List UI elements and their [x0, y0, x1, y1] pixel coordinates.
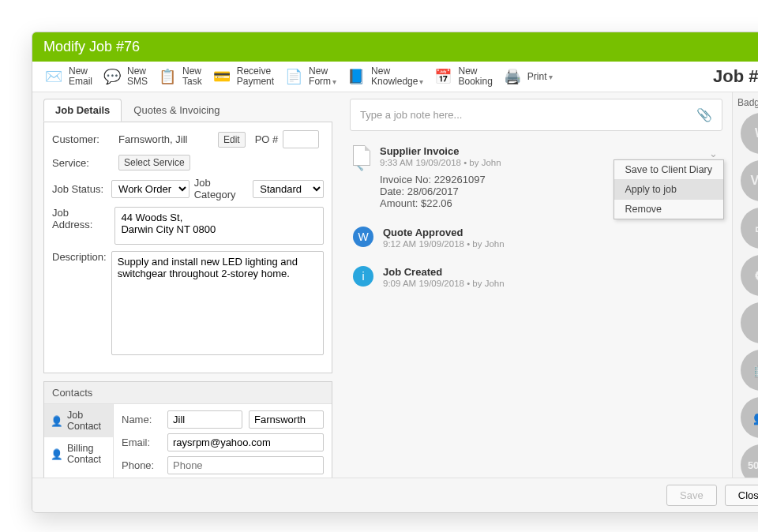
contact-job[interactable]: 👤Job Contact: [44, 404, 113, 437]
address-label: Job Address:: [52, 207, 110, 230]
people-icon: 👥: [753, 410, 759, 425]
badge-people[interactable]: 👥: [741, 397, 759, 438]
po-input[interactable]: [283, 130, 319, 148]
badge-50km[interactable]: 50km: [741, 444, 759, 478]
chevron-down-icon[interactable]: ⌄: [709, 148, 718, 159]
toolbar-new-sms[interactable]: 💬New SMS: [102, 66, 148, 87]
badge-w[interactable]: W: [741, 113, 759, 154]
job-note-input[interactable]: Type a job note here... 📎: [350, 99, 722, 131]
person-icon: 👤: [51, 415, 63, 427]
badge-building[interactable]: 🏢: [741, 350, 759, 391]
save-button[interactable]: Save: [666, 485, 717, 506]
ctx-remove[interactable]: Remove: [614, 200, 723, 219]
task-icon: 📋: [157, 66, 178, 87]
badge-card[interactable]: ▭: [741, 208, 759, 249]
invoice-icon: 🔧: [353, 145, 370, 209]
tab-job-details[interactable]: Job Details: [43, 99, 122, 122]
toolbar-new-task[interactable]: 📋New Task: [157, 66, 202, 87]
knowledge-icon: 📘: [346, 66, 366, 87]
badge-phone[interactable]: ▯: [741, 302, 759, 343]
paperclip-icon[interactable]: 📎: [696, 107, 712, 122]
job-number: Job #76: [713, 66, 758, 87]
ctx-save-diary[interactable]: Save to Client Diary: [614, 160, 723, 180]
toolbar-new-knowledge[interactable]: 📘New Knowledge: [346, 66, 423, 87]
window-title: Modify Job #76: [43, 39, 140, 55]
feed-job-created[interactable]: i Job Created 9:09 AM 19/09/2018 • by Jo…: [353, 266, 722, 288]
person-icon: 👤: [51, 448, 63, 460]
edit-customer-button[interactable]: Edit: [218, 132, 246, 148]
phone-input[interactable]: [167, 456, 324, 474]
first-name-input[interactable]: [167, 410, 242, 429]
info-icon: i: [353, 266, 373, 287]
sms-icon: 💬: [102, 66, 122, 87]
toolbar-new-form[interactable]: 📄New Form: [283, 66, 336, 87]
context-menu: Save to Client Diary Apply to job Remove: [614, 159, 724, 219]
badge-vip[interactable]: VIP: [741, 160, 759, 201]
toolbar-new-email[interactable]: ✉️New Email: [43, 66, 92, 87]
payment-icon: 💳: [212, 66, 232, 87]
customer-value: Farnsworth, Jill: [118, 133, 213, 145]
toolbar-new-booking[interactable]: 📅New Booking: [433, 66, 492, 87]
email-input[interactable]: [167, 433, 324, 451]
select-service-button[interactable]: Select Service: [118, 155, 190, 170]
address-input[interactable]: 44 Woods St, Darwin City NT 0800: [114, 207, 324, 245]
power-icon: ⏻: [755, 268, 759, 283]
description-label: Description:: [52, 251, 107, 263]
last-name-input[interactable]: [249, 410, 324, 429]
titlebar: Modify Job #76 ✕: [32, 32, 758, 62]
activity-feed: 🔧 Supplier Invoice 9:33 AM 19/09/2018 • …: [350, 145, 722, 288]
tab-quotes-invoicing[interactable]: Quotes & Invoicing: [122, 99, 231, 122]
print-icon: 🖨️: [502, 66, 523, 87]
ctx-apply-job[interactable]: Apply to job: [614, 180, 723, 200]
po-label: PO #: [255, 133, 279, 145]
badges-panel: Badges» W VIP ▭ ⏻ ▯ 🏢 👥 50km: [732, 92, 758, 478]
toolbar: ✉️New Email 💬New SMS 📋New Task 💳Receive …: [32, 62, 758, 92]
email-icon: ✉️: [43, 66, 64, 87]
customer-label: Customer:: [52, 133, 114, 145]
status-label: Job Status:: [52, 183, 107, 195]
feed-supplier-invoice[interactable]: 🔧 Supplier Invoice 9:33 AM 19/09/2018 • …: [353, 145, 722, 209]
feed-quote-approved[interactable]: W Quote Approved 9:12 AM 19/09/2018 • by…: [353, 227, 722, 249]
service-label: Service:: [52, 157, 114, 169]
badge-power[interactable]: ⏻: [741, 255, 759, 296]
card-icon: ▭: [755, 221, 758, 236]
form-icon: 📄: [283, 66, 304, 87]
contact-billing[interactable]: 👤Billing Contact: [44, 437, 113, 470]
contacts-panel: Contacts 👤Job Contact 👤Billing Contact N…: [43, 381, 332, 478]
toolbar-receive-payment[interactable]: 💳Receive Payment: [212, 66, 274, 87]
close-button[interactable]: Close: [725, 485, 758, 506]
category-select[interactable]: Standard: [253, 180, 324, 198]
quote-icon: W: [353, 227, 373, 247]
booking-icon: 📅: [433, 66, 453, 87]
footer: Save Close: [32, 478, 758, 512]
status-select[interactable]: Work Order: [111, 180, 190, 198]
building-icon: 🏢: [753, 363, 759, 378]
toolbar-print[interactable]: 🖨️Print: [502, 66, 553, 87]
tabs: Job Details Quotes & Invoicing: [43, 99, 332, 122]
category-label: Job Category: [194, 177, 249, 200]
description-input[interactable]: Supply and install new LED lighting and …: [111, 251, 324, 355]
contacts-header: Contacts: [44, 382, 332, 404]
